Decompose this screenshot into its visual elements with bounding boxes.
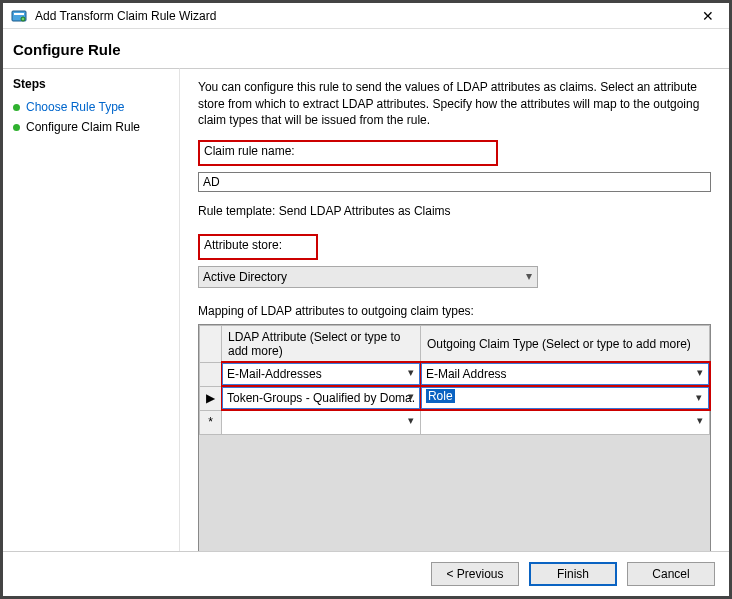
svg-rect-1 — [14, 13, 24, 15]
row-marker: ▶ — [200, 386, 222, 410]
outgoing-claim-select[interactable]: Role — [426, 389, 455, 403]
table-empty-area — [199, 435, 710, 551]
table-row: ▶ Role — [200, 386, 710, 410]
mapping-heading: Mapping of LDAP attributes to outgoing c… — [198, 304, 711, 318]
previous-button[interactable]: < Previous — [431, 562, 519, 586]
claim-rule-name-input[interactable] — [198, 172, 711, 192]
highlight-attr-store: Attribute store: — [198, 234, 318, 260]
titlebar: Add Transform Claim Rule Wizard ✕ — [3, 3, 729, 29]
wizard-icon — [9, 6, 29, 26]
ldap-attribute-select[interactable] — [222, 363, 420, 385]
steps-heading: Steps — [13, 77, 169, 91]
svg-point-2 — [21, 17, 25, 21]
window-title: Add Transform Claim Rule Wizard — [35, 9, 693, 23]
outgoing-claim-select[interactable] — [421, 411, 709, 433]
ldap-attribute-select[interactable] — [222, 387, 420, 409]
step-bullet-icon — [13, 124, 20, 131]
table-row: * — [200, 410, 710, 434]
outgoing-claim-select[interactable] — [421, 363, 709, 385]
claim-rule-name-label: Claim rule name: — [204, 144, 492, 158]
step-configure-claim-rule: Configure Claim Rule — [13, 117, 169, 137]
step-choose-rule-type[interactable]: Choose Rule Type — [13, 97, 169, 117]
description-text: You can configure this rule to send the … — [198, 79, 711, 128]
attribute-store-select[interactable] — [198, 266, 538, 288]
close-icon[interactable]: ✕ — [693, 7, 723, 25]
col-ldap-attribute: LDAP Attribute (Select or type to add mo… — [222, 325, 421, 362]
step-current: Configure Claim Rule — [26, 120, 140, 134]
highlight-claim-rule: Claim rule name: — [198, 140, 498, 166]
steps-sidebar: Steps Choose Rule Type Configure Claim R… — [3, 68, 179, 551]
page-header: Configure Rule — [3, 29, 729, 68]
row-header-blank — [200, 325, 222, 362]
finish-button[interactable]: Finish — [529, 562, 617, 586]
row-marker: * — [200, 410, 222, 434]
col-outgoing-claim: Outgoing Claim Type (Select or type to a… — [420, 325, 709, 362]
attribute-store-select-wrap — [198, 266, 538, 288]
wizard-window: Add Transform Claim Rule Wizard ✕ Config… — [0, 0, 732, 599]
step-bullet-icon — [13, 104, 20, 111]
main-panel: You can configure this rule to send the … — [179, 68, 729, 551]
row-marker — [200, 362, 222, 386]
footer: < Previous Finish Cancel — [3, 551, 729, 596]
attribute-store-label: Attribute store: — [204, 238, 312, 252]
ldap-attribute-select[interactable] — [222, 411, 420, 433]
mapping-table: LDAP Attribute (Select or type to add mo… — [198, 324, 711, 551]
cancel-button[interactable]: Cancel — [627, 562, 715, 586]
step-link[interactable]: Choose Rule Type — [26, 100, 125, 114]
rule-template-text: Rule template: Send LDAP Attributes as C… — [198, 204, 711, 218]
table-row — [200, 362, 710, 386]
